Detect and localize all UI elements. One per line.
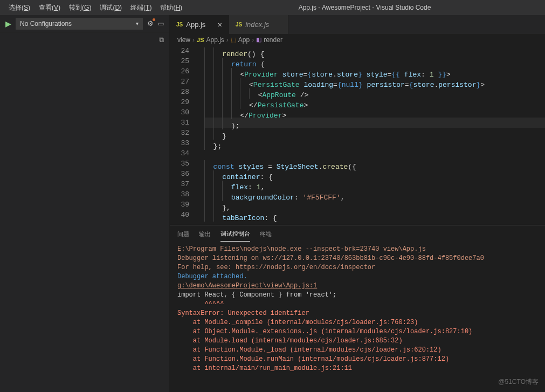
breadcrumb[interactable]: view › JS App.js › ⬚ App › ◧ render [170, 34, 545, 46]
line-gutter: 2425262728293031323334353637383940 [170, 46, 200, 225]
debug-config-dropdown[interactable]: No Configurations ▾ [16, 18, 143, 30]
console-line: import React, { Component } from 'react'… [177, 291, 537, 300]
code-line[interactable]: }; [204, 138, 545, 148]
sidebar-body [0, 47, 169, 392]
sidebar: ▶ No Configurations ▾ ⚙ ▭ ⧉ [0, 15, 170, 392]
debug-toolbar: ▶ No Configurations ▾ ⚙ ▭ [0, 15, 169, 32]
code-line[interactable]: const styles = StyleSheet.create({ [204, 159, 545, 169]
console-line: SyntaxError: Unexpected identifier [177, 309, 537, 318]
debug-config-label: No Configurations [20, 20, 72, 27]
split-editor-icon[interactable]: ⧉ [159, 36, 164, 44]
menu-s[interactable]: 选择(S) [4, 2, 35, 14]
method-icon: ◧ [256, 36, 261, 43]
debug-console[interactable]: E:\Program Files\nodejs\node.exe --inspe… [170, 243, 545, 392]
chevron-right-icon: › [226, 36, 229, 44]
watermark: @51CTO博客 [498, 377, 539, 387]
code-line[interactable]: tabBarIcon: { [204, 210, 545, 220]
console-line: For help, see: https://nodejs.org/en/doc… [177, 263, 537, 272]
window-title: App.js - AwesomeProject - Visual Studio … [189, 4, 541, 11]
code-line[interactable]: render() { [204, 46, 545, 56]
class-icon: ⬚ [231, 36, 236, 43]
console-line: at Module.load (internal/modules/cjs/loa… [177, 336, 537, 346]
gear-icon[interactable]: ⚙ [147, 19, 154, 27]
tab-label: App.js [186, 20, 205, 29]
console-line: at Module._compile (internal/modules/cjs… [177, 318, 537, 327]
chevron-right-icon: › [192, 36, 195, 44]
breadcrumb-method: render [264, 36, 282, 44]
editor-tabs: JSApp.js×JSindex.js [170, 15, 545, 34]
main-area: ▶ No Configurations ▾ ⚙ ▭ ⧉ JSApp.js×JSi… [0, 15, 545, 392]
panel-tab-1[interactable]: 输出 [199, 227, 211, 242]
menubar: 选择(S)查看(V)转到(G)调试(D)终端(T)帮助(H) [4, 2, 187, 14]
title-bar: 选择(S)查看(V)转到(G)调试(D)终端(T)帮助(H) App.js - … [0, 0, 545, 15]
editor-area: JSApp.js×JSindex.js view › JS App.js › ⬚… [170, 15, 545, 392]
js-icon: JS [197, 37, 204, 43]
panel-tab-2[interactable]: 调试控制台 [220, 226, 250, 242]
panel-tab-0[interactable]: 问题 [177, 227, 189, 242]
menu-g[interactable]: 转到(G) [65, 2, 95, 14]
play-icon[interactable]: ▶ [5, 19, 11, 28]
panel-tab-3[interactable]: 终端 [260, 227, 272, 242]
breadcrumb-folder: view [177, 36, 190, 44]
js-icon: JS [236, 22, 242, 27]
code-line[interactable]: return ( [204, 56, 545, 66]
chevron-right-icon: › [252, 36, 254, 44]
code-line[interactable]: <Provider store={store.store} style={{ f… [204, 66, 545, 77]
console-line: Debugger listening on ws://127.0.0.1:237… [177, 254, 537, 263]
console-line: at Object.Module._extensions..js (intern… [177, 327, 537, 336]
code-line[interactable]: flex: 1, [204, 179, 545, 189]
code-line[interactable]: container: { [204, 169, 545, 179]
code-line[interactable]: </Provider> [204, 107, 545, 118]
code-line[interactable]: <PersistGate loading={null} persistor={s… [204, 77, 545, 87]
console-line: Debugger attached. [177, 272, 537, 281]
tab-label: index.js [245, 20, 269, 29]
console-line: E:\Program Files\nodejs\node.exe --inspe… [177, 245, 537, 254]
breadcrumb-class: App [238, 36, 250, 44]
js-icon: JS [176, 22, 183, 27]
console-line: ^^^^^ [177, 300, 537, 309]
sidebar-tabs: ⧉ [0, 32, 169, 47]
console-line: g:\demo\AwesomeProject\view\App.js:1 [177, 281, 537, 291]
tab-App-js[interactable]: JSApp.js× [170, 15, 229, 34]
console-line: at Function.Module._load (internal/modul… [177, 346, 537, 355]
console-line: at internal/main/run_main_module.js:21:1… [177, 364, 537, 373]
tab-index-js[interactable]: JSindex.js [229, 15, 288, 34]
close-icon[interactable]: × [218, 20, 222, 29]
menu-v[interactable]: 查看(V) [35, 2, 65, 14]
menu-d[interactable]: 调试(D) [95, 2, 126, 14]
console-line: at Function.Module.runMain (internal/mod… [177, 355, 537, 364]
chevron-down-icon: ▾ [136, 20, 139, 26]
breadcrumb-file: App.js [206, 36, 224, 44]
code-line[interactable]: backgroundColor: '#F5FCFF', [204, 189, 545, 200]
panel-tabs: 问题输出调试控制台终端 [170, 225, 545, 243]
panel-area: 问题输出调试控制台终端 E:\Program Files\nodejs\node… [170, 225, 545, 392]
debug-console-icon[interactable]: ▭ [158, 20, 164, 27]
menu-h[interactable]: 帮助(H) [156, 2, 187, 14]
code-editor[interactable]: 2425262728293031323334353637383940 rende… [170, 46, 545, 225]
menu-t[interactable]: 终端(T) [126, 2, 156, 14]
code-line[interactable]: } [204, 128, 545, 138]
code-line[interactable] [204, 148, 545, 159]
code-content[interactable]: render() { return ( <Provider store={sto… [200, 46, 545, 225]
code-line[interactable]: </PersistGate> [204, 97, 545, 107]
